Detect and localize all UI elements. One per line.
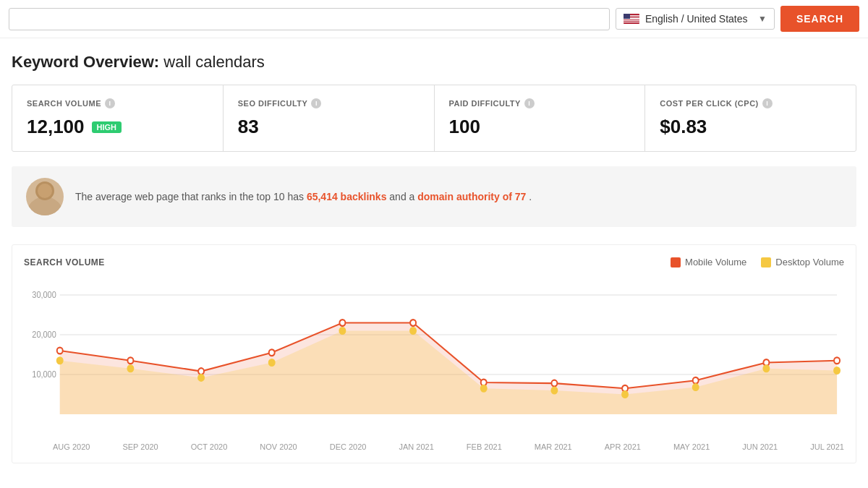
metric-value-search-volume: 12,100HIGH [27, 116, 208, 138]
locale-selector[interactable]: English / United States ▼ [616, 8, 775, 30]
page-title-keyword: wall calendars [163, 53, 264, 71]
chart-legend: Mobile VolumeDesktop Volume [671, 257, 844, 267]
metric-label-text: COST PER CLICK (CPC) [660, 99, 759, 108]
x-axis-label: DEC 2020 [330, 442, 367, 451]
metric-card-cpc: COST PER CLICK (CPC) i$0.83 [645, 85, 856, 151]
desktop-dot [622, 391, 628, 398]
metric-label-text: SEO DIFFICULTY [238, 99, 308, 108]
info-text: The average web page that ranks in the t… [75, 189, 532, 205]
desktop-dot [57, 357, 63, 364]
metrics-row: SEARCH VOLUME i12,100HIGHSEO DIFFICULTY … [12, 85, 856, 152]
svg-text:10,000: 10,000 [32, 370, 56, 380]
x-axis-label: NOV 2020 [260, 442, 297, 451]
chart-area: 30,00020,00010,000 [24, 279, 844, 438]
desktop-dot [269, 359, 275, 366]
desktop-dot [339, 328, 345, 334]
info-backlinks: 65,414 backlinks [307, 191, 387, 202]
desktop-dot [410, 328, 416, 334]
metric-card-seo-difficulty: SEO DIFFICULTY i83 [224, 85, 435, 151]
search-input-wrap[interactable]: wall calendars [9, 8, 610, 30]
info-text-after: . [529, 191, 532, 202]
info-icon[interactable]: i [762, 98, 773, 108]
mobile-dot [57, 348, 63, 354]
info-domain-authority: domain authority of 77 [417, 191, 526, 202]
desktop-dot [198, 374, 204, 381]
search-button[interactable]: SEARCH [780, 6, 859, 32]
main-content: Keyword Overview: wall calendars SEARCH … [0, 38, 868, 478]
svg-text:30,000: 30,000 [32, 291, 56, 300]
info-text-before: The average web page that ranks in the t… [75, 191, 307, 202]
x-axis-labels: AUG 2020SEP 2020OCT 2020NOV 2020DEC 2020… [24, 438, 844, 451]
legend-color [671, 257, 681, 267]
desktop-dot [693, 384, 699, 390]
mobile-dot [339, 320, 345, 326]
x-axis-label: AUG 2020 [53, 442, 90, 451]
legend-label: Mobile Volume [685, 257, 746, 267]
chart-title: SEARCH VOLUME [24, 257, 105, 267]
desktop-dot [481, 385, 487, 392]
x-axis-label: MAY 2021 [673, 442, 710, 451]
metric-card-search-volume: SEARCH VOLUME i12,100HIGH [12, 85, 224, 151]
us-flag-icon [624, 14, 639, 24]
metric-number: 100 [449, 116, 480, 138]
metric-value-seo-difficulty: 83 [238, 116, 420, 138]
legend-label: Desktop Volume [775, 257, 844, 267]
metric-badge: HIGH [92, 121, 122, 133]
metric-card-paid-difficulty: PAID DIFFICULTY i100 [435, 85, 646, 151]
desktop-dot [763, 365, 769, 372]
info-text-middle: and a [389, 191, 417, 202]
chart-section: SEARCH VOLUME Mobile VolumeDesktop Volum… [12, 244, 856, 463]
mobile-dot [834, 357, 840, 364]
info-icon[interactable]: i [524, 98, 535, 108]
metric-label-cpc: COST PER CLICK (CPC) i [660, 98, 841, 108]
metric-label-seo-difficulty: SEO DIFFICULTY i [238, 98, 420, 108]
desktop-dot [551, 388, 557, 394]
x-axis-label: FEB 2021 [467, 442, 502, 451]
svg-text:20,000: 20,000 [32, 330, 56, 340]
chart-svg: 30,00020,00010,000 [24, 279, 844, 438]
metric-value-cpc: $0.83 [660, 116, 841, 138]
x-axis-label: SEP 2020 [122, 442, 158, 451]
x-axis-label: JUN 2021 [742, 442, 778, 451]
search-input[interactable]: wall calendars [17, 13, 602, 25]
metric-number: 83 [238, 116, 259, 138]
x-axis-label: JAN 2021 [399, 442, 434, 451]
mobile-dot [410, 320, 416, 326]
page-title: Keyword Overview: wall calendars [12, 53, 856, 72]
metric-label-search-volume: SEARCH VOLUME i [27, 98, 208, 108]
metric-value-paid-difficulty: 100 [449, 116, 631, 138]
metric-number: 12,100 [27, 116, 85, 138]
locale-label: English / United States [645, 13, 752, 25]
x-axis-label: JUL 2021 [810, 442, 844, 451]
x-axis-label: OCT 2020 [191, 442, 228, 451]
legend-color [761, 257, 771, 267]
desktop-dot [834, 367, 840, 374]
search-bar: wall calendars English / United States ▼… [0, 0, 868, 38]
info-icon[interactable]: i [311, 98, 321, 108]
desktop-dot [127, 365, 133, 372]
mobile-dot [269, 349, 275, 356]
mobile-dot [551, 380, 557, 387]
svg-point-2 [38, 184, 52, 198]
legend-item: Mobile Volume [671, 257, 746, 267]
x-axis-label: MAR 2021 [535, 442, 572, 451]
page-title-prefix: Keyword Overview: [12, 53, 163, 71]
avatar [26, 178, 64, 215]
mobile-dot [127, 357, 133, 364]
metric-label-text: SEARCH VOLUME [27, 99, 101, 108]
info-banner: The average web page that ranks in the t… [12, 166, 856, 227]
metric-label-paid-difficulty: PAID DIFFICULTY i [449, 98, 631, 108]
mobile-dot [198, 368, 204, 374]
x-axis-label: APR 2021 [605, 442, 641, 451]
chevron-down-icon: ▼ [758, 14, 767, 24]
info-icon[interactable]: i [105, 98, 115, 108]
mobile-dot [693, 377, 699, 384]
legend-item: Desktop Volume [761, 257, 844, 267]
chart-header: SEARCH VOLUME Mobile VolumeDesktop Volum… [24, 257, 844, 267]
metric-number: $0.83 [660, 116, 707, 138]
metric-label-text: PAID DIFFICULTY [449, 99, 521, 108]
